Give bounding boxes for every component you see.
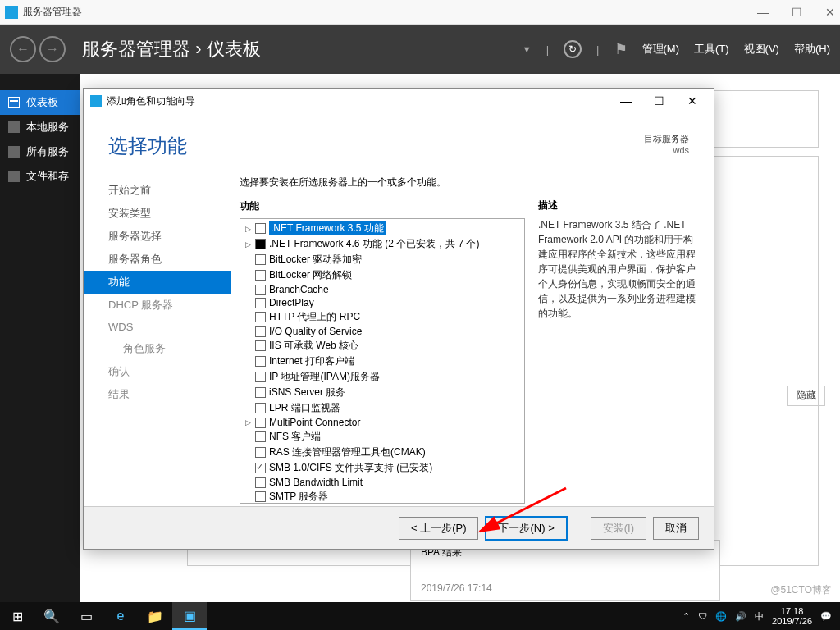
flag-icon[interactable]: ⚑ — [614, 40, 628, 58]
wizard-nav-item[interactable]: 服务器选择 — [84, 225, 231, 248]
wizard-nav-item[interactable]: 功能 — [84, 271, 231, 294]
feature-checkbox[interactable] — [255, 431, 266, 442]
feature-checkbox[interactable] — [255, 312, 266, 322]
tray-volume-icon[interactable]: 🔊 — [735, 611, 746, 622]
dropdown-caret-icon[interactable]: ▼ — [523, 44, 532, 54]
feature-checkbox[interactable] — [255, 403, 266, 413]
tray-shield-icon[interactable]: 🛡 — [698, 611, 707, 621]
tree-caret-icon[interactable]: ▷ — [244, 225, 252, 233]
menu-help[interactable]: 帮助(H) — [794, 42, 830, 57]
menu-tools[interactable]: 工具(T) — [694, 42, 729, 57]
feature-checkbox[interactable] — [255, 254, 266, 265]
target-value: wds — [644, 145, 689, 155]
back-button[interactable]: ← — [10, 36, 36, 62]
feature-label: HTTP 代理上的 RPC — [269, 310, 360, 324]
wizard-nav-item[interactable]: 开始之前 — [84, 179, 231, 202]
start-button[interactable]: ⊞ — [0, 602, 34, 630]
feature-row[interactable]: BitLocker 网络解锁 — [242, 267, 523, 283]
wizard-nav-item[interactable]: DHCP 服务器 — [84, 294, 231, 317]
sidebar-item-dashboard[interactable]: 仪表板 — [0, 90, 80, 115]
feature-label: SMTP 服务器 — [269, 490, 328, 504]
sidebar-item-label: 本地服务 — [26, 120, 69, 135]
wizard-minimize-button[interactable]: — — [611, 94, 641, 107]
feature-checkbox[interactable] — [255, 491, 266, 502]
search-icon[interactable]: 🔍 — [34, 602, 69, 630]
feature-row[interactable]: ▷.NET Framework 3.5 功能 — [242, 221, 523, 236]
feature-row[interactable]: IP 地址管理(IPAM)服务器 — [242, 369, 523, 385]
forward-button[interactable]: → — [39, 36, 66, 62]
wizard-nav-item[interactable]: 角色服务 — [84, 337, 231, 360]
feature-row[interactable]: DirectPlay — [242, 296, 523, 309]
feature-checkbox[interactable] — [255, 270, 266, 281]
feature-checkbox[interactable] — [255, 387, 266, 398]
feature-row[interactable]: SMB 1.0/CIFS 文件共享支持 (已安装) — [242, 460, 523, 476]
sidebar-item-all[interactable]: 所有服务 — [0, 139, 80, 164]
feature-checkbox[interactable] — [255, 463, 266, 473]
menu-manage[interactable]: 管理(M) — [642, 42, 680, 57]
sidebar-item-label: 仪表板 — [26, 95, 58, 110]
tray-network-icon[interactable]: 🌐 — [715, 611, 727, 622]
wizard-close-button[interactable]: ✕ — [678, 94, 707, 107]
refresh-icon[interactable]: ↻ — [564, 40, 582, 58]
feature-row[interactable]: Internet 打印客户端 — [242, 354, 523, 369]
hide-button[interactable]: 隐藏 — [788, 386, 825, 406]
maximize-button[interactable]: ☐ — [792, 6, 802, 19]
dashboard-icon — [8, 97, 20, 108]
feature-row[interactable]: ▷.NET Framework 4.6 功能 (2 个已安装，共 7 个) — [242, 236, 523, 252]
close-button[interactable]: ✕ — [825, 6, 835, 19]
prev-button[interactable]: < 上一步(P) — [399, 517, 479, 540]
feature-row[interactable]: IIS 可承载 Web 核心 — [242, 338, 523, 354]
feature-checkbox[interactable] — [255, 418, 266, 428]
feature-row[interactable]: RAS 连接管理器管理工具包(CMAK) — [242, 445, 523, 460]
feature-row[interactable]: BitLocker 驱动器加密 — [242, 252, 523, 267]
feature-row[interactable]: iSNS Server 服务 — [242, 385, 523, 400]
wizard-nav-item[interactable]: 服务器角色 — [84, 248, 231, 271]
wizard-nav-item[interactable]: 安装类型 — [84, 202, 231, 225]
menu-view[interactable]: 视图(V) — [744, 42, 779, 57]
tree-caret-icon[interactable]: ▷ — [244, 240, 252, 249]
wizard-nav-item[interactable]: 确认 — [84, 360, 231, 383]
taskview-icon[interactable]: ▭ — [69, 602, 103, 630]
tree-caret-icon[interactable]: ▷ — [244, 418, 252, 427]
feature-checkbox[interactable] — [255, 223, 266, 234]
tray-caret-icon[interactable]: ⌃ — [682, 611, 690, 622]
feature-checkbox[interactable] — [255, 239, 266, 249]
ie-icon[interactable]: e — [103, 602, 138, 630]
next-button[interactable]: 下一步(N) > — [485, 516, 567, 541]
explorer-icon[interactable]: 📁 — [138, 602, 172, 630]
wizard-nav: 开始之前安装类型服务器选择服务器角色功能DHCP 服务器WDS角色服务确认结果 — [84, 167, 231, 506]
sidebar-item-file[interactable]: 文件和存 — [0, 164, 80, 189]
install-button[interactable]: 安装(I) — [591, 517, 646, 540]
feature-checkbox[interactable] — [255, 298, 266, 308]
feature-checkbox[interactable] — [255, 372, 266, 382]
feature-checkbox[interactable] — [255, 326, 266, 337]
feature-row[interactable]: I/O Quality of Service — [242, 325, 523, 338]
feature-label: .NET Framework 3.5 功能 — [269, 221, 386, 235]
notifications-icon[interactable]: 💬 — [820, 611, 832, 622]
wizard-nav-item[interactable]: 结果 — [84, 383, 231, 406]
feature-checkbox[interactable] — [255, 477, 266, 488]
tray-ime[interactable]: 中 — [755, 610, 764, 623]
taskbar-clock[interactable]: 17:18 2019/7/26 — [772, 606, 812, 626]
wizard-nav-item[interactable]: WDS — [84, 317, 231, 337]
feature-checkbox[interactable] — [255, 340, 266, 351]
feature-checkbox[interactable] — [255, 285, 266, 295]
header-bar: ← → 服务器管理器 › 仪表板 ▼ | ↻ | ⚑ 管理(M) 工具(T) 视… — [0, 25, 840, 74]
feature-row[interactable]: HTTP 代理上的 RPC — [242, 309, 523, 325]
target-info: 目标服务器 wds — [644, 133, 689, 155]
feature-row[interactable]: ▷MultiPoint Connector — [242, 416, 523, 429]
feature-row[interactable]: SMTP 服务器 — [242, 489, 523, 504]
server-manager-icon[interactable]: ▣ — [172, 602, 207, 630]
minimize-button[interactable]: — — [757, 6, 769, 19]
cancel-button[interactable]: 取消 — [653, 517, 699, 540]
clock-time: 17:18 — [772, 606, 812, 616]
sidebar-item-local[interactable]: 本地服务 — [0, 115, 80, 139]
feature-row[interactable]: NFS 客户端 — [242, 429, 523, 445]
wizard-maximize-button[interactable]: ☐ — [645, 94, 674, 107]
feature-checkbox[interactable] — [255, 356, 266, 367]
feature-row[interactable]: SMB Bandwidth Limit — [242, 476, 523, 489]
feature-checkbox[interactable] — [255, 447, 266, 458]
features-list[interactable]: ▷.NET Framework 3.5 功能▷.NET Framework 4.… — [240, 218, 525, 504]
feature-row[interactable]: BranchCache — [242, 283, 523, 296]
feature-row[interactable]: LPR 端口监视器 — [242, 400, 523, 416]
